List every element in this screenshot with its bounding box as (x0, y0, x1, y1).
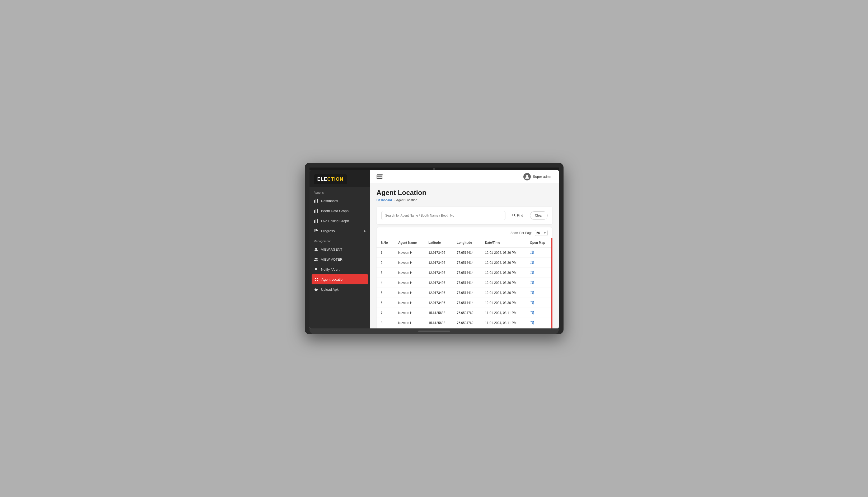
table-header-row: S.No Agent Name Latitude Longitude Date/… (376, 238, 552, 247)
logo-ele: ELE (317, 176, 328, 182)
svg-line-23 (515, 216, 515, 216)
per-page-select[interactable]: 50 25 100 (535, 230, 548, 236)
cell-open-map (525, 288, 552, 298)
sidebar-item-progress[interactable]: Progress ▶ (309, 226, 370, 236)
breadcrumb-home[interactable]: Dashboard (376, 198, 392, 202)
sidebar-item-label: Agent Location (322, 278, 345, 282)
cell-open-map (525, 268, 552, 278)
hamburger-button[interactable] (376, 174, 383, 179)
sidebar-item-upload-apk[interactable]: Upload Apk (309, 284, 370, 294)
cell-agent-name: Naveen H (394, 278, 424, 288)
sidebar-item-live-polling-graph[interactable]: Live Polling Graph (309, 216, 370, 226)
cell-latitude: 15.6125682 (424, 318, 453, 328)
cell-latitude: 12.9173426 (424, 288, 453, 298)
group-icon (314, 257, 318, 262)
svg-rect-5 (317, 209, 318, 213)
svg-rect-4 (316, 210, 316, 213)
table-header-bar: Show Per Page 50 25 100 ▼ (376, 227, 552, 238)
sidebar-item-booth-data-graph[interactable]: Booth Data Graph (309, 206, 370, 216)
cell-agent-name: Naveen H (394, 308, 424, 318)
cell-sno: 9 (376, 328, 394, 329)
cell-longitude: 76.6504762 (453, 308, 481, 318)
sidebar-item-view-voter[interactable]: VIEW VOTER (309, 254, 370, 264)
sidebar-item-view-agent[interactable]: VIEW AGENT (309, 244, 370, 254)
cell-longitude: 77.6514414 (453, 268, 481, 278)
svg-rect-13 (315, 278, 316, 279)
sidebar: ELECTION Reports Dashboard (309, 170, 370, 328)
clear-button[interactable]: Clear (530, 211, 548, 220)
map-icon[interactable] (530, 251, 534, 255)
cell-latitude: 12.9173426 (424, 268, 453, 278)
table-row: 8 Naveen H 15.6125682 76.6504762 11-01-2… (376, 318, 552, 328)
svg-point-12 (316, 271, 316, 271)
sidebar-item-label: VIEW AGENT (321, 247, 343, 252)
cell-agent-name: Naveen H (394, 258, 424, 268)
sidebar-item-label: Live Polling Graph (321, 219, 349, 223)
map-icon[interactable] (530, 261, 534, 265)
svg-point-10 (315, 258, 316, 259)
cell-agent-name: Naveen H (394, 268, 424, 278)
svg-rect-8 (317, 219, 318, 223)
find-button[interactable]: Find (508, 212, 527, 220)
svg-rect-1 (316, 199, 316, 203)
cell-datetime: 12-01-2024, 03:36 PM (481, 288, 526, 298)
cell-open-map (525, 328, 552, 329)
map-icon[interactable] (530, 291, 534, 295)
cell-longitude: 77.6514414 (453, 247, 481, 258)
map-icon[interactable] (530, 311, 534, 315)
search-input[interactable] (381, 211, 506, 220)
find-label: Find (517, 214, 523, 217)
table-row: 4 Naveen H 12.9173426 77.6514414 12-01-2… (376, 278, 552, 288)
cell-datetime: 11-01-2024, 08:11 PM (481, 318, 526, 328)
table-row: 2 Naveen H 12.9173426 77.6514414 12-01-2… (376, 258, 552, 268)
sidebar-item-label: Upload Apk (321, 287, 339, 292)
cell-sno: 6 (376, 298, 394, 308)
cell-longitude: 77.6514414 (453, 288, 481, 298)
android-icon (314, 287, 318, 292)
cell-sno: 4 (376, 278, 394, 288)
location-icon (314, 277, 319, 282)
cell-open-map (525, 318, 552, 328)
table-wrapper: S.No Agent Name Latitude Longitude Date/… (376, 238, 552, 328)
cell-latitude: 15.6125682 (424, 308, 453, 318)
cell-open-map (525, 308, 552, 318)
svg-rect-2 (317, 199, 318, 203)
bar-chart-icon (314, 198, 318, 203)
cell-sno: 5 (376, 288, 394, 298)
map-icon[interactable] (530, 281, 534, 285)
svg-point-21 (526, 175, 528, 177)
table-row: 5 Naveen H 12.9173426 77.6514414 12-01-2… (376, 288, 552, 298)
table-row: 7 Naveen H 15.6125682 76.6504762 11-01-2… (376, 308, 552, 318)
sidebar-item-notify-alert[interactable]: Notify / Alert (309, 264, 370, 274)
cell-latitude: 12.9173426 (424, 247, 453, 258)
data-table: S.No Agent Name Latitude Longitude Date/… (376, 238, 552, 328)
bell-icon (314, 267, 318, 272)
management-section-label: Management (309, 236, 370, 244)
cell-longitude: 77.6514414 (453, 298, 481, 308)
reports-section-label: Reports (309, 187, 370, 196)
sidebar-item-label: Progress (321, 229, 335, 233)
cell-datetime: 12-01-2024, 03:36 PM (481, 258, 526, 268)
col-agent-name: Agent Name (394, 238, 424, 247)
clear-label: Clear (535, 214, 543, 217)
user-info: Super admin (523, 173, 552, 181)
svg-rect-6 (314, 220, 315, 223)
svg-rect-0 (314, 200, 315, 203)
table-row: 1 Naveen H 12.9173426 77.6514414 12-01-2… (376, 247, 552, 258)
map-icon[interactable] (530, 301, 534, 305)
search-icon (512, 214, 515, 218)
breadcrumb-current: Agent Location (396, 198, 417, 202)
sidebar-item-label: Dashboard (321, 199, 338, 203)
sidebar-item-agent-location[interactable]: Agent Location (312, 274, 368, 284)
svg-point-22 (512, 214, 515, 216)
user-label: Super admin (533, 175, 552, 179)
sidebar-item-dashboard[interactable]: Dashboard (309, 196, 370, 206)
table-row: 6 Naveen H 12.9173426 77.6514414 12-01-2… (376, 298, 552, 308)
page-content: Agent Location Dashboard › Agent Locatio… (370, 183, 559, 328)
cell-sno: 2 (376, 258, 394, 268)
map-icon[interactable] (530, 321, 534, 325)
svg-point-9 (315, 248, 317, 249)
svg-point-11 (316, 258, 317, 259)
map-icon[interactable] (530, 271, 534, 275)
chevron-right-icon: ▶ (364, 229, 366, 233)
